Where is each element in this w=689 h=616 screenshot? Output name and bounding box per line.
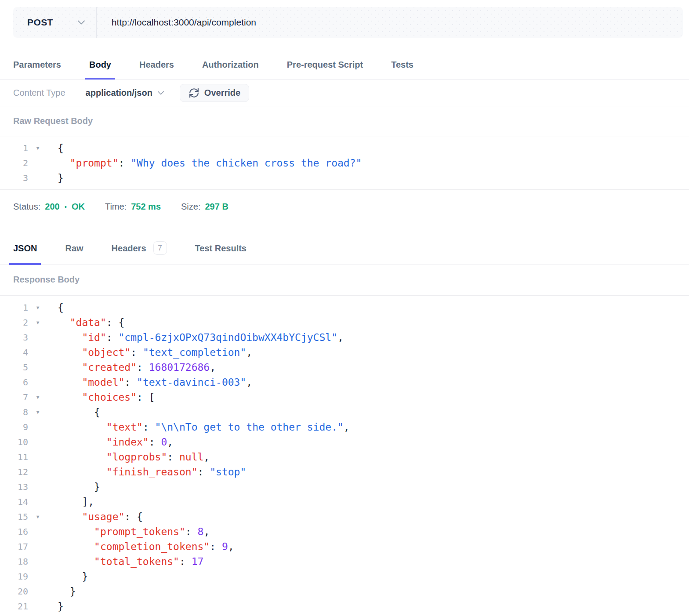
line-number: 10 [0, 437, 28, 447]
code-text: "choices": [ [52, 391, 155, 403]
request-body-section-label: Raw Request Body [0, 106, 689, 137]
editor-gutter: 18 [0, 556, 52, 567]
editor-gutter: 15▼ [0, 511, 52, 522]
fold-toggle-icon[interactable]: ▼ [28, 514, 47, 520]
response-body-editor[interactable]: 1▼{2▼ "data": {3 "id": "cmpl-6zjxOPxQ73q… [0, 295, 689, 616]
code-line: 9 "text": "\n\nTo get to the other side.… [0, 420, 689, 435]
fold-toggle-icon[interactable]: ▼ [28, 145, 47, 151]
line-number: 2 [0, 158, 28, 168]
code-text: "index": 0, [52, 436, 173, 448]
tab-label: Test Results [195, 243, 247, 253]
request-body-editor[interactable]: 1▼{2 "prompt": "Why does the chicken cro… [0, 137, 689, 190]
size-label: Size: [181, 202, 200, 212]
line-number: 3 [0, 173, 28, 183]
response-tabs: JSON Raw Headers 7 Test Results [0, 221, 689, 265]
code-text: "logprobs": null, [52, 451, 210, 463]
line-number: 2 [0, 317, 28, 328]
fold-toggle-icon[interactable]: ▼ [28, 305, 47, 311]
editor-gutter: 21 [0, 601, 52, 612]
line-number: 1 [0, 143, 28, 153]
editor-gutter: 11 [0, 452, 52, 462]
tab-parameters[interactable]: Parameters [13, 38, 61, 79]
editor-gutter: 3 [0, 173, 52, 183]
content-type-value: application/json [86, 88, 152, 98]
code-line: 1▼{ [0, 141, 689, 156]
tab-json[interactable]: JSON [13, 221, 37, 265]
code-text: { [52, 302, 64, 313]
tab-label: Raw [65, 243, 83, 253]
code-text: { [52, 406, 100, 418]
editor-gutter: 20 [0, 586, 52, 597]
tab-test-results[interactable]: Test Results [195, 221, 247, 265]
tab-raw[interactable]: Raw [65, 221, 83, 265]
time-label: Time: [105, 202, 127, 212]
override-label: Override [204, 88, 240, 98]
tab-pre-request-script[interactable]: Pre-request Script [287, 38, 363, 79]
fold-toggle-icon[interactable]: ▼ [28, 409, 47, 415]
tab-response-headers[interactable]: Headers 7 [112, 221, 167, 265]
code-text: "total_tokens": 17 [52, 556, 203, 567]
line-number: 8 [0, 407, 28, 417]
line-number: 12 [0, 467, 28, 477]
status-text: OK [72, 202, 85, 212]
code-text: "data": { [52, 317, 124, 328]
line-number: 16 [0, 526, 28, 537]
code-line: 4 "object": "text_completion", [0, 345, 689, 360]
code-text: } [52, 571, 88, 582]
code-line: 12 "finish_reason": "stop" [0, 464, 689, 479]
editor-gutter: 1▼ [0, 143, 52, 153]
line-number: 11 [0, 452, 28, 462]
fold-toggle-icon[interactable]: ▼ [28, 320, 47, 326]
status-dot: • [65, 203, 67, 210]
line-number: 20 [0, 586, 28, 597]
status-group: Status: 200 • OK [13, 202, 85, 212]
code-line: 7▼ "choices": [ [0, 390, 689, 405]
code-line: 10 "index": 0, [0, 435, 689, 449]
code-line: 18 "total_tokens": 17 [0, 554, 689, 569]
line-number: 21 [0, 601, 28, 612]
override-button[interactable]: Override [180, 84, 249, 102]
code-line: 13 } [0, 479, 689, 494]
code-line: 3 "id": "cmpl-6zjxOPxQ73qindOibwXX4bYCjy… [0, 330, 689, 345]
content-type-dropdown[interactable]: application/json [86, 88, 164, 98]
code-line: 8▼ { [0, 405, 689, 420]
headers-count-badge: 7 [153, 241, 167, 255]
method-label: POST [27, 17, 53, 28]
editor-gutter: 9 [0, 422, 52, 432]
code-line: 21} [0, 599, 689, 614]
editor-gutter: 1▼ [0, 302, 52, 313]
chevron-down-icon [158, 91, 164, 95]
request-tabs: Parameters Body Headers Authorization Pr… [0, 38, 689, 80]
editor-gutter: 13 [0, 482, 52, 492]
code-line: 17 "completion_tokens": 9, [0, 539, 689, 554]
refresh-icon [189, 87, 199, 98]
line-number: 9 [0, 422, 28, 432]
code-line: 14 ], [0, 494, 689, 509]
code-line: 2 "prompt": "Why does the chicken cross … [0, 156, 689, 170]
method-selector[interactable]: POST [13, 7, 96, 38]
line-number: 7 [0, 392, 28, 402]
tab-headers[interactable]: Headers [139, 38, 174, 79]
line-number: 14 [0, 496, 28, 507]
tab-tests[interactable]: Tests [391, 38, 413, 79]
code-text: "model": "text-davinci-003", [52, 377, 252, 388]
tab-body[interactable]: Body [89, 38, 111, 79]
tab-label: Tests [391, 60, 413, 69]
editor-gutter: 8▼ [0, 407, 52, 417]
editor-gutter: 17 [0, 541, 52, 552]
code-text: "id": "cmpl-6zjxOPxQ73qindOibwXX4bYCjyCS… [52, 332, 344, 343]
code-text: "finish_reason": "stop" [52, 466, 246, 478]
url-input[interactable]: http://localhost:3000/api/completion [97, 7, 683, 38]
line-number: 17 [0, 541, 28, 552]
editor-gutter: 14 [0, 496, 52, 507]
tab-authorization[interactable]: Authorization [202, 38, 259, 79]
tab-label: JSON [13, 243, 37, 253]
code-line: 20 } [0, 584, 689, 599]
editor-gutter: 7▼ [0, 392, 52, 402]
code-text: "created": 1680172686, [52, 362, 216, 373]
tab-label: Pre-request Script [287, 60, 363, 69]
code-text: } [52, 601, 64, 612]
fold-toggle-icon[interactable]: ▼ [28, 395, 47, 400]
line-number: 19 [0, 571, 28, 582]
code-text: } [52, 172, 64, 184]
